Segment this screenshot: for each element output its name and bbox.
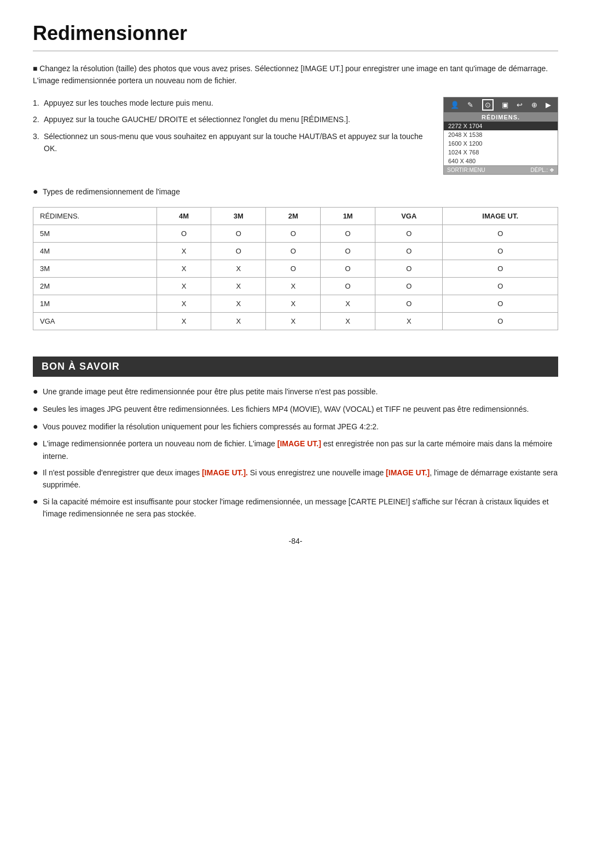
toolbar-icon-return: ↩ (517, 101, 523, 109)
toolbar-icon-plus: ⊕ (531, 101, 537, 109)
row-label-0: 5M (33, 225, 157, 243)
menu-item-4: 640 X 480 (444, 157, 558, 165)
col-header-4: 1M (321, 208, 375, 225)
toolbar-icon-pencil: ✎ (467, 101, 473, 109)
note-item-0: ●Une grande image peut être redimensionn… (33, 386, 558, 399)
cell-5-5: O (443, 313, 558, 330)
cell-1-2: O (266, 243, 321, 260)
page-number: -84- (33, 537, 558, 545)
cell-4-4: O (375, 295, 443, 313)
cell-4-5: O (443, 295, 558, 313)
cell-3-1: X (211, 278, 266, 295)
col-header-0: RÉDIMENS. (33, 208, 157, 225)
note-dot-4: ● (33, 465, 43, 491)
cell-2-0: X (157, 260, 211, 278)
toolbar-icon-person: 👤 (450, 101, 459, 109)
note-item-5: ●Si la capacité mémoire est insuffisante… (33, 496, 558, 520)
note-text-3: L'image redimensionnée portera un nouvea… (43, 438, 558, 462)
intro-text: ■ Changez la résolution (taille) des pho… (33, 62, 558, 87)
cell-3-3: O (321, 278, 375, 295)
row-label-2: 3M (33, 260, 157, 278)
note-item-1: ●Seules les images JPG peuvent être redi… (33, 403, 558, 416)
footer-left: SORTIR:MENU (447, 167, 485, 173)
page-title: Redimensionner (33, 22, 558, 51)
step-3: 3. Sélectionnez un sous-menu que vous so… (33, 130, 427, 155)
steps-and-image-section: 1. Appuyez sur les touches mode lecture … (33, 97, 558, 175)
col-header-3: 2M (266, 208, 321, 225)
cell-4-1: X (211, 295, 266, 313)
cell-1-4: O (375, 243, 443, 260)
intro-block: ■ Changez la résolution (taille) des pho… (33, 62, 558, 87)
steps-list: 1. Appuyez sur les touches mode lecture … (33, 97, 427, 175)
cell-3-4: O (375, 278, 443, 295)
col-header-5: VGA (375, 208, 443, 225)
cell-5-1: X (211, 313, 266, 330)
row-label-4: 1M (33, 295, 157, 313)
cell-5-4: X (375, 313, 443, 330)
step-2: 2. Appuyez sur la touche GAUCHE/ DROITE … (33, 113, 427, 125)
note-dot-3: ● (33, 436, 43, 462)
bon-a-savoir-heading: BON À SAVOIR (33, 357, 558, 377)
col-header-6: IMAGE UT. (443, 208, 558, 225)
cell-2-1: X (211, 260, 266, 278)
table-row: 1MXXXXOO (33, 295, 558, 313)
cell-0-0: O (157, 225, 211, 243)
row-label-3: 2M (33, 278, 157, 295)
note-dot-0: ● (33, 384, 43, 399)
row-label-1: 4M (33, 243, 157, 260)
cell-0-4: O (375, 225, 443, 243)
camera-ui-panel: 👤 ✎ ⊙ ▣ ↩ ⊕ ▶ RÉDIMENS. 2272 X 1704 2048… (443, 97, 558, 175)
cell-1-0: X (157, 243, 211, 260)
table-heading-text: Types de redimensionnement de l'image (43, 186, 180, 199)
cell-0-2: O (266, 225, 321, 243)
table-row: 2MXXXOOO (33, 278, 558, 295)
camera-footer: SORTIR:MENU DÉPL.: ❖ (444, 165, 558, 174)
note-text-4: Il n'est possible d'enregistrer que deux… (43, 467, 558, 491)
cell-1-3: O (321, 243, 375, 260)
note-text-1: Seules les images JPG peuvent être redim… (43, 403, 529, 416)
table-row: VGAXXXXXO (33, 313, 558, 330)
bullet-dot: ● (33, 185, 43, 199)
cell-4-0: X (157, 295, 211, 313)
table-row: 3MXXOOOO (33, 260, 558, 278)
table-intro-bullet: ● Types de redimensionnement de l'image (33, 186, 558, 199)
camera-menu-title: RÉDIMENS. (444, 113, 558, 122)
cell-2-3: O (321, 260, 375, 278)
toolbar-icon-play: ▶ (546, 101, 551, 109)
cell-0-5: O (443, 225, 558, 243)
menu-item-0: 2272 X 1704 (444, 122, 558, 130)
cell-2-2: O (266, 260, 321, 278)
camera-toolbar: 👤 ✎ ⊙ ▣ ↩ ⊕ ▶ (444, 97, 558, 113)
cell-4-2: X (266, 295, 321, 313)
note-item-2: ●Vous pouvez modifier la résolution uniq… (33, 421, 558, 434)
table-header-row: RÉDIMENS. 4M 3M 2M 1M VGA IMAGE UT. (33, 208, 558, 225)
note-item-4: ●Il n'est possible d'enregistrer que deu… (33, 467, 558, 491)
note-dot-2: ● (33, 419, 43, 434)
col-header-2: 3M (211, 208, 266, 225)
col-header-1: 4M (157, 208, 211, 225)
note-dot-5: ● (33, 495, 43, 520)
cell-3-5: O (443, 278, 558, 295)
cell-3-2: X (266, 278, 321, 295)
cell-5-2: X (266, 313, 321, 330)
cell-5-3: X (321, 313, 375, 330)
resize-table-section: RÉDIMENS. 4M 3M 2M 1M VGA IMAGE UT. 5MOO… (33, 207, 558, 330)
menu-item-1: 2048 X 1538 (444, 130, 558, 139)
table-row: 5MOOOOOO (33, 225, 558, 243)
toolbar-icon-square: ▣ (502, 101, 508, 109)
note-text-0: Une grande image peut être redimensionné… (43, 386, 378, 399)
toolbar-icon-camera: ⊙ (482, 99, 494, 111)
table-row: 4MXOOOOO (33, 243, 558, 260)
step-1: 1. Appuyez sur les touches mode lecture … (33, 97, 427, 109)
note-item-3: ●L'image redimensionnée portera un nouve… (33, 438, 558, 462)
cell-3-0: X (157, 278, 211, 295)
note-text-2: Vous pouvez modifier la résolution uniqu… (43, 421, 379, 434)
cell-5-0: X (157, 313, 211, 330)
footer-right: DÉPL.: ❖ (531, 167, 554, 173)
cell-2-5: O (443, 260, 558, 278)
cell-2-4: O (375, 260, 443, 278)
cell-1-1: O (211, 243, 266, 260)
note-dot-1: ● (33, 402, 43, 416)
resize-table: RÉDIMENS. 4M 3M 2M 1M VGA IMAGE UT. 5MOO… (33, 207, 558, 330)
cell-1-5: O (443, 243, 558, 260)
